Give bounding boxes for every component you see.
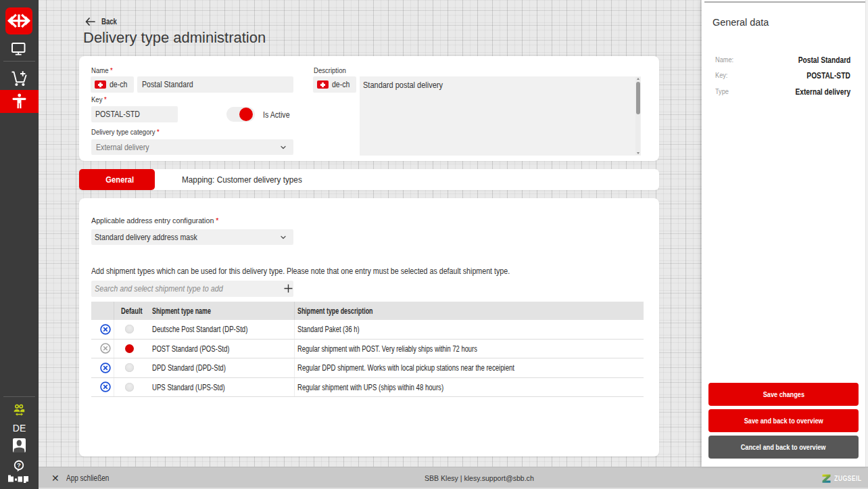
svg-text:?: ? [17, 461, 21, 469]
